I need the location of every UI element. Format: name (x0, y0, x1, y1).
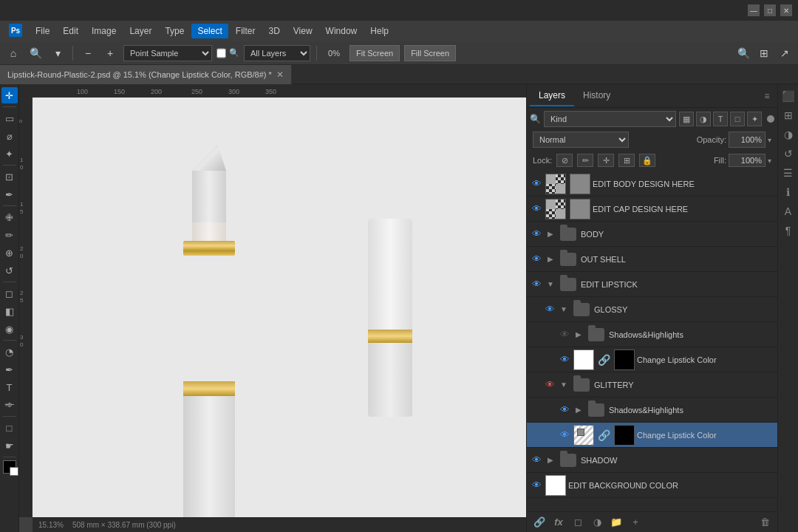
color-swatch-btn[interactable]: ⬛ (780, 87, 797, 105)
properties-btn[interactable]: ℹ (780, 183, 797, 201)
menu-edit[interactable]: Edit (57, 24, 84, 38)
expand-shadow[interactable]: ▶ (545, 455, 556, 466)
zoom-checkbox[interactable] (216, 45, 226, 61)
eye-edit-lipstick[interactable]: 👁 (530, 278, 543, 291)
zoom-dropdown-btn[interactable]: ▾ (49, 44, 66, 62)
layer-edit-background[interactable]: 👁 EDIT BACKGROUND COLOR (527, 473, 777, 498)
home-button[interactable]: ⌂ (4, 44, 22, 62)
zoom-tool-button[interactable]: 🔍 (27, 44, 44, 62)
filter-adjust-icon[interactable]: ◑ (696, 112, 711, 126)
clone-tool[interactable]: ⊕ (1, 245, 18, 261)
blend-mode-select[interactable]: Normal (533, 132, 629, 148)
filter-pixel-icon[interactable]: ▦ (679, 112, 694, 126)
layer-edit-lipstick[interactable]: 👁 ▼ EDIT LIPSTICK (527, 272, 777, 297)
new-layer-btn[interactable]: + (627, 514, 644, 531)
foreground-color[interactable] (3, 460, 16, 474)
path-selection[interactable]: ⬲ (1, 397, 18, 413)
filter-type-icon[interactable]: T (713, 112, 728, 126)
layer-edit-cap-design[interactable]: 👁 EDIT CAP DESIGN HERE (527, 197, 777, 222)
fill-arrow[interactable]: ▾ (768, 157, 771, 165)
brush-tool[interactable]: ✏ (1, 227, 18, 243)
lasso-tool[interactable]: ⌀ (1, 128, 18, 144)
menu-select[interactable]: Select (191, 24, 228, 38)
expand-out-shell[interactable]: ▶ (545, 254, 556, 265)
delete-layer-btn[interactable]: 🗑 (757, 514, 773, 531)
new-group-btn[interactable]: 📁 (608, 514, 624, 531)
menu-filter[interactable]: Filter (230, 24, 262, 38)
shape-tool[interactable]: □ (1, 420, 18, 436)
healing-tool[interactable]: ✙ (1, 209, 18, 225)
add-adjustment-btn[interactable]: ◑ (589, 514, 605, 531)
menu-help[interactable]: Help (364, 24, 395, 38)
expand-shadows-1[interactable]: ▶ (573, 330, 584, 340)
eyedropper-tool[interactable]: ✒ (1, 186, 18, 202)
menu-view[interactable]: View (287, 24, 318, 38)
panel-menu-btn[interactable]: ≡ (760, 89, 774, 103)
pen-tool[interactable]: ✒ (1, 361, 18, 378)
layer-glittery[interactable]: 👁 ▼ GLITTERY (527, 372, 777, 398)
doc-tab[interactable]: Lipstick-Round-Plastic-2.psd @ 15.1% (Ch… (0, 65, 292, 84)
expand-edit-lipstick[interactable]: ▼ (545, 279, 556, 290)
lock-position-btn[interactable]: ✛ (598, 154, 614, 167)
eye-out-shell[interactable]: 👁 (530, 253, 543, 266)
tab-history[interactable]: History (574, 86, 619, 106)
opacity-value[interactable]: 100% (729, 132, 765, 148)
type-tool[interactable]: T (1, 379, 18, 395)
layer-kind-select[interactable]: Kind (544, 111, 676, 127)
eye-change-lipstick-1[interactable]: 👁 (558, 353, 571, 366)
hand-tool[interactable]: ☛ (1, 437, 18, 454)
filter-smart-icon[interactable]: ✦ (747, 112, 762, 126)
canvas-viewport[interactable] (33, 98, 526, 517)
char-style-btn[interactable]: A (780, 202, 797, 220)
history-brush[interactable]: ↺ (1, 262, 18, 279)
zoom-out-button[interactable]: − (79, 44, 97, 62)
lock-all-btn[interactable]: 🔒 (639, 154, 655, 167)
eye-body[interactable]: 👁 (530, 228, 543, 241)
fx-btn[interactable]: fx (550, 514, 567, 531)
para-btn[interactable]: ¶ (780, 222, 797, 239)
eye-change-lipstick-2[interactable]: 👁 (558, 429, 571, 442)
eye-shadow[interactable]: 👁 (530, 454, 543, 467)
arrange-docs-btn[interactable]: ⊞ (755, 44, 773, 62)
all-layers-select[interactable]: All Layers (244, 45, 310, 61)
layer-shadow[interactable]: 👁 ▶ SHADOW (527, 448, 777, 473)
menu-type[interactable]: Type (159, 24, 190, 38)
fill-value[interactable]: 100% (729, 154, 765, 167)
blur-tool[interactable]: ◉ (1, 321, 18, 337)
lock-pixels-btn[interactable]: ✏ (577, 154, 593, 167)
layer-body[interactable]: 👁 ▶ BODY (527, 222, 777, 247)
eye-shadows-1[interactable]: 👁 (558, 328, 571, 341)
zoom-mode-select[interactable]: Point Sample (123, 45, 212, 61)
layer-glossy[interactable]: 👁 ▼ GLOSSY (527, 297, 777, 322)
lock-artboard-btn[interactable]: ⊞ (618, 154, 635, 167)
eye-glossy[interactable]: 👁 (543, 303, 556, 316)
filter-shape-icon[interactable]: □ (730, 112, 745, 126)
opacity-arrow[interactable]: ▾ (768, 136, 771, 144)
layer-out-shell[interactable]: 👁 ▶ OUT SHELL (527, 247, 777, 272)
libraries-btn[interactable]: ☰ (780, 164, 797, 182)
eye-edit-cap[interactable]: 👁 (530, 202, 543, 216)
marquee-tool[interactable]: ▭ (1, 110, 18, 126)
layer-list[interactable]: 👁 EDIT BODY DESIGN HERE 👁 EDIT CAP DESIG… (527, 171, 777, 511)
expand-shadows-2[interactable]: ▶ (573, 405, 584, 415)
layer-change-lipstick-2[interactable]: 👁 🔗 Change Lipstick Color (527, 423, 777, 448)
layer-change-lipstick-1[interactable]: 👁 🔗 Change Lipstick Color (527, 347, 777, 372)
dodge-tool[interactable]: ◔ (1, 344, 18, 360)
share-btn[interactable]: ↗ (776, 44, 794, 62)
layer-shadows-highlights-2[interactable]: 👁 ▶ Shadows&Highlights (527, 398, 777, 423)
magic-wand-tool[interactable]: ✦ (1, 146, 18, 162)
menu-image[interactable]: Image (86, 24, 122, 38)
close-button[interactable]: ✕ (780, 4, 792, 16)
add-mask-btn[interactable]: ◻ (570, 514, 586, 531)
menu-window[interactable]: Window (320, 24, 364, 38)
menu-layer[interactable]: Layer (123, 24, 157, 38)
menu-file[interactable]: File (30, 24, 55, 38)
history-btn[interactable]: ↺ (780, 145, 797, 163)
canvas-area[interactable]: 100 150 200 250 300 350 5 1 0 1 5 2 0 2 … (19, 84, 526, 532)
menu-ps[interactable]: Ps (3, 21, 28, 41)
eraser-tool[interactable]: ◻ (1, 285, 18, 301)
eye-edit-background[interactable]: 👁 (530, 479, 543, 492)
gradient-tool[interactable]: ◧ (1, 303, 18, 319)
expand-glittery[interactable]: ▼ (559, 380, 569, 390)
expand-glossy[interactable]: ▼ (559, 304, 569, 315)
